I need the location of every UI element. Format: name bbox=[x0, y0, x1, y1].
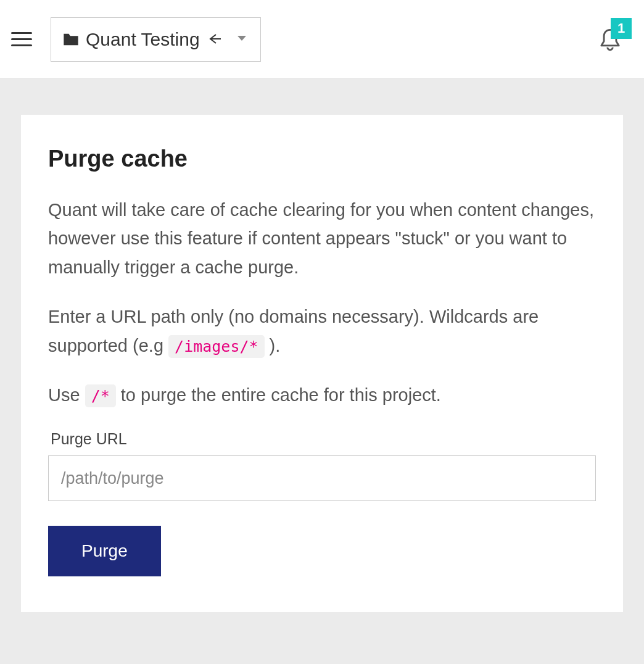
project-name: Quant Testing bbox=[86, 29, 200, 50]
description-2-prefix: Enter a URL path only (no domains necess… bbox=[48, 307, 539, 355]
page-title: Purge cache bbox=[48, 146, 596, 172]
description-2-suffix: ). bbox=[270, 336, 281, 355]
notifications-button[interactable]: 1 bbox=[600, 28, 621, 51]
project-selector[interactable]: Quant Testing bbox=[51, 17, 261, 62]
top-bar: Quant Testing 1 bbox=[0, 0, 644, 79]
arrow-left-icon bbox=[207, 30, 222, 49]
description-3-suffix: to purge the entire cache for this proje… bbox=[121, 385, 441, 405]
notification-badge: 1 bbox=[611, 18, 632, 39]
example-code-wildcard: /images/* bbox=[168, 335, 264, 358]
purge-cache-card: Purge cache Quant will take care of cach… bbox=[21, 115, 623, 612]
folder-icon bbox=[62, 32, 80, 47]
description-3-prefix: Use bbox=[48, 385, 85, 405]
description-2: Enter a URL path only (no domains necess… bbox=[48, 302, 596, 360]
page-body: Purge cache Quant will take care of cach… bbox=[0, 79, 644, 637]
example-code-all: /* bbox=[85, 384, 116, 407]
menu-hamburger-icon[interactable] bbox=[11, 28, 35, 51]
chevron-down-icon bbox=[237, 34, 247, 45]
purge-button[interactable]: Purge bbox=[48, 526, 161, 576]
description-3: Use /* to purge the entire cache for thi… bbox=[48, 381, 596, 409]
purge-url-label: Purge URL bbox=[51, 430, 596, 448]
description-1: Quant will take care of cache clearing f… bbox=[48, 196, 596, 281]
purge-url-input[interactable] bbox=[48, 455, 596, 501]
